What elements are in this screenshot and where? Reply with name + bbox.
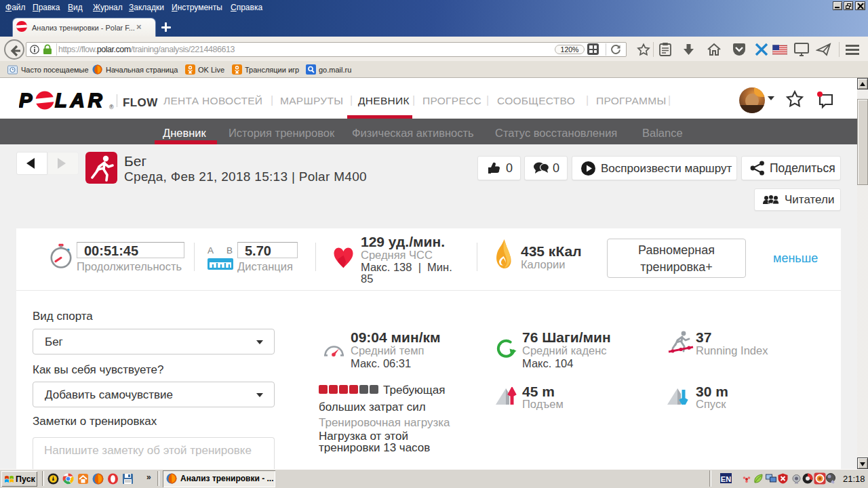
svg-text:LAR: LAR — [55, 91, 106, 111]
svg-text:P: P — [19, 91, 33, 111]
svg-text:®: ® — [109, 104, 114, 110]
